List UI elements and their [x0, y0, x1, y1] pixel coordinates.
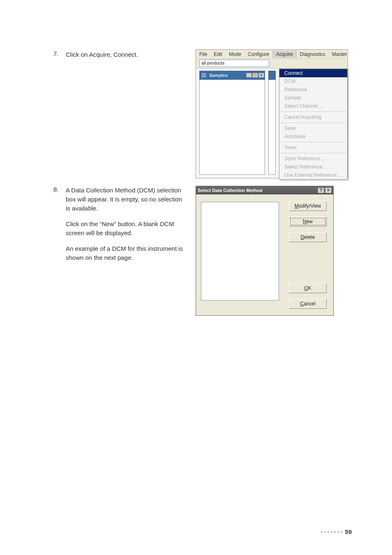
step-7-paragraph: Click on Acquire, Connect.	[66, 50, 185, 59]
dot-icon	[337, 531, 339, 533]
menu-acquire[interactable]: Acquire	[272, 51, 297, 58]
menu-file[interactable]: File	[196, 51, 210, 58]
menuitem-use-external-reference: Use External Reference…	[279, 171, 347, 179]
dcm-listbox[interactable]	[201, 202, 279, 301]
new-button[interactable]: New	[289, 217, 327, 227]
step-7-number: 7.	[53, 50, 59, 57]
menuitem-select-channel: Select Channel…	[279, 102, 347, 110]
chart-titlebar-stub	[268, 71, 276, 80]
menuitem-reference: Reference	[279, 86, 347, 94]
menu-master[interactable]: Master	[329, 51, 350, 58]
step-8-p3: An example of a DCM for this instrument …	[66, 244, 185, 262]
menuitem-timer: Timer	[279, 143, 347, 152]
dot-icon	[341, 531, 342, 533]
close-button[interactable]: ×	[325, 187, 332, 193]
menu-separator	[280, 142, 346, 142]
step-8-p2: Click on the “New” button. A blank DCM s…	[66, 220, 185, 238]
menu-edit[interactable]: Edit	[210, 51, 226, 58]
menu-configure[interactable]: Configure	[244, 51, 272, 58]
menu-separator	[280, 153, 346, 153]
footer-dots	[321, 531, 342, 533]
modify-view-button[interactable]: Modify/View	[289, 201, 327, 211]
maximize-icon[interactable]: □	[252, 73, 258, 78]
samples-title: Samples	[208, 73, 246, 78]
document-page: 7. Click on Acquire, Connect. File Edit …	[0, 0, 392, 555]
samples-titlebar: Samples _ □ ×	[199, 71, 265, 80]
dot-icon	[324, 531, 326, 533]
delete-button[interactable]: Delete	[289, 232, 327, 242]
dialog-body: Modify/View New Delete OK Cancel	[196, 194, 333, 315]
page-number: 59	[345, 528, 352, 535]
menuitem-save: Save	[279, 124, 347, 132]
menuitem-cancel-acquiring: Cancel Acquiring	[279, 113, 347, 121]
samples-icon	[201, 72, 207, 78]
step-8-p1: A Data Collection Method (DCM) selection…	[66, 186, 185, 213]
dot-icon	[327, 531, 329, 533]
help-button[interactable]: ?	[318, 187, 324, 193]
client-area: Samples _ □ × Connect DCM… Reference Sam…	[196, 69, 348, 178]
page-footer: 59	[321, 528, 352, 535]
menuitem-sample: Sample	[279, 94, 347, 102]
dialog-titlebar: Select Data Collection Method ? ×	[196, 186, 333, 194]
acquire-dropdown: Connect DCM… Reference Sample Select Cha…	[279, 69, 348, 180]
toolbar: all products	[196, 59, 348, 69]
dialog-ok-column: OK Cancel	[289, 283, 327, 309]
menu-separator	[280, 123, 346, 123]
select-dcm-dialog: Select Data Collection Method ? × Modify…	[196, 186, 334, 316]
chart-body-stub	[268, 80, 276, 175]
menu-diagnostics[interactable]: Diagnostics	[297, 51, 329, 58]
step-7-text: Click on Acquire, Connect.	[66, 50, 185, 66]
menu-bar: File Edit Mode Configure Acquire Diagnos…	[196, 50, 348, 59]
minimize-icon[interactable]: _	[246, 73, 252, 78]
menuitem-select-reference: Select Reference…	[279, 163, 347, 171]
dot-icon	[321, 531, 323, 533]
ok-button[interactable]: OK	[289, 283, 327, 293]
samples-window-buttons: _ □ ×	[246, 73, 264, 78]
step-8-text: A Data Collection Method (DCM) selection…	[66, 186, 185, 269]
menu-separator	[280, 111, 346, 112]
cancel-button[interactable]: Cancel	[289, 299, 327, 309]
step-8-number: 8.	[53, 186, 59, 193]
product-combo[interactable]: all products	[199, 60, 269, 67]
menu-mode[interactable]: Mode	[226, 51, 244, 58]
menuitem-dcm[interactable]: DCM…	[279, 77, 347, 86]
close-icon[interactable]: ×	[258, 73, 264, 78]
dialog-title: Select Data Collection Method	[198, 188, 263, 193]
app-window: File Edit Mode Configure Acquire Diagnos…	[196, 49, 348, 178]
dot-icon	[334, 531, 336, 533]
menuitem-connect[interactable]: Connect	[279, 69, 347, 77]
menuitem-store-reference: Store Reference…	[279, 155, 347, 163]
samples-body	[199, 80, 265, 175]
dialog-button-column: Modify/View New Delete	[289, 201, 327, 242]
menuitem-autosave: AutoSave	[279, 132, 347, 141]
dot-icon	[331, 531, 332, 533]
